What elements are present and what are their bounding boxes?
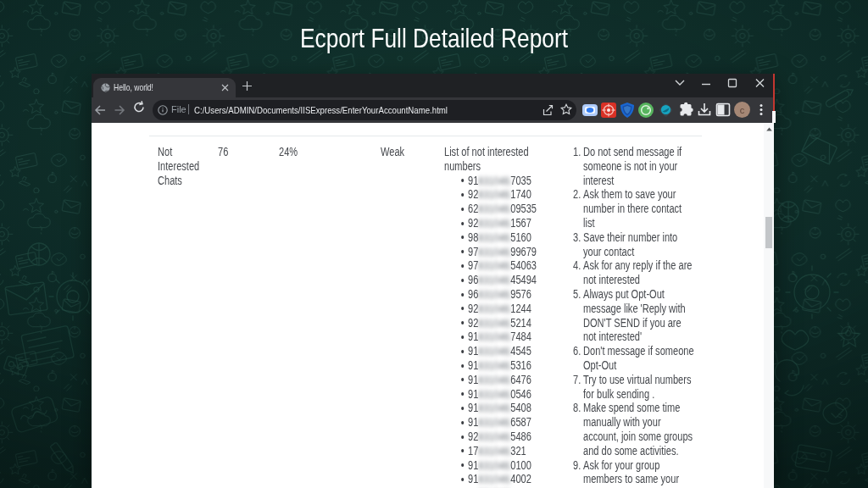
svg-text:c: c [740, 105, 745, 115]
svg-text:C:/Users/ADMIN/Documents/IISEx: C:/Users/ADMIN/Documents/IISExpress/Ente… [194, 105, 448, 115]
svg-text:Ecport Full Detailed Report: Ecport Full Detailed Report [300, 23, 568, 53]
svg-text:Hello, world!: Hello, world! [114, 82, 153, 92]
